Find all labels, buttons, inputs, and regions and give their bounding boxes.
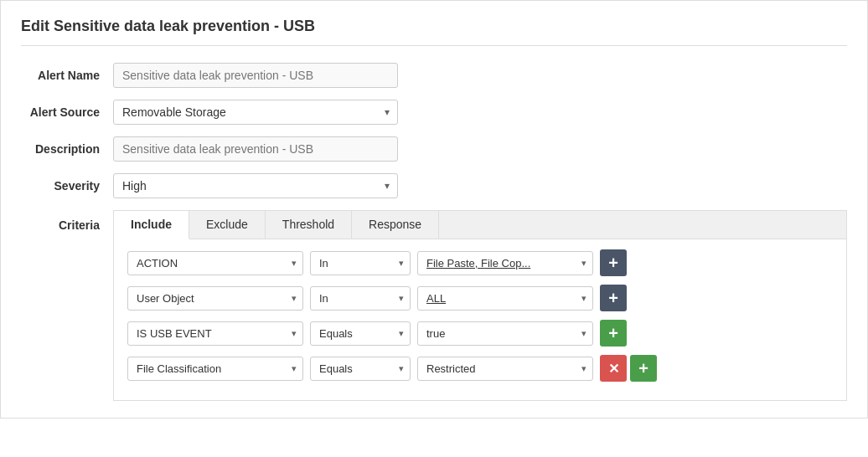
severity-select[interactable]: High [113, 173, 398, 198]
op-wrapper-2: In ▾ [310, 286, 411, 311]
field-wrapper-1: ACTION ▾ [127, 251, 303, 275]
value-display-1[interactable]: File Paste, File Cop... [417, 251, 593, 275]
page-container: Edit Sensitive data leak prevention - US… [0, 0, 868, 418]
op-select-3[interactable]: Equals [310, 321, 411, 346]
alert-source-wrapper: Removable Storage ▾ [113, 100, 398, 125]
op-wrapper-4: Equals ▾ [310, 357, 411, 381]
page-title: Edit Sensitive data leak prevention - US… [21, 18, 847, 46]
criteria-section: Criteria Include Exclude Threshold Respo… [21, 210, 847, 401]
field-select-1[interactable]: ACTION [127, 251, 303, 275]
alert-name-input[interactable] [113, 63, 398, 88]
op-select-1[interactable]: In [310, 251, 411, 275]
severity-wrapper: High ▾ [113, 173, 398, 198]
alert-name-label: Alert Name [21, 69, 113, 82]
table-row: ACTION ▾ In ▾ File Paste, File Cop... ▾ [127, 249, 833, 276]
criteria-content: Include Exclude Threshold Response ACTIO… [113, 210, 847, 401]
description-label: Description [21, 142, 113, 156]
field-wrapper-3: IS USB EVENT ▾ [127, 321, 303, 346]
action-buttons-4: ✕ + [600, 355, 657, 382]
op-wrapper-1: In ▾ [310, 251, 411, 275]
alert-source-row: Alert Source Removable Storage ▾ [21, 100, 847, 125]
field-wrapper-2: User Object ▾ [127, 286, 303, 311]
tab-exclude[interactable]: Exclude [189, 211, 266, 239]
value-wrapper-3: true ▾ [417, 321, 593, 346]
field-wrapper-4: File Classification ▾ [127, 357, 303, 381]
value-select-3[interactable]: true [417, 321, 593, 346]
op-select-2[interactable]: In [310, 286, 411, 311]
value-wrapper-4: Restricted ▾ [417, 357, 593, 381]
severity-label: Severity [21, 179, 113, 193]
tab-threshold[interactable]: Threshold [266, 211, 352, 239]
table-row: User Object ▾ In ▾ ALL ▾ + [127, 285, 833, 311]
criteria-label: Criteria [21, 210, 113, 232]
value-select-4[interactable]: Restricted [417, 357, 593, 381]
field-select-4[interactable]: File Classification [127, 357, 303, 381]
tab-response[interactable]: Response [352, 211, 439, 239]
criteria-body: ACTION ▾ In ▾ File Paste, File Cop... ▾ [114, 239, 846, 400]
value-display-2[interactable]: ALL [417, 286, 593, 311]
description-input[interactable] [113, 136, 398, 162]
value-wrapper-1: File Paste, File Cop... ▾ [417, 251, 593, 275]
add-criteria-button-4[interactable]: + [630, 355, 657, 382]
op-select-4[interactable]: Equals [310, 357, 411, 381]
add-criteria-button-3[interactable]: + [600, 320, 627, 347]
table-row: File Classification ▾ Equals ▾ Restricte… [127, 355, 833, 382]
field-select-2[interactable]: User Object [127, 286, 303, 311]
op-wrapper-3: Equals ▾ [310, 321, 411, 346]
alert-name-row: Alert Name [21, 63, 847, 88]
alert-source-label: Alert Source [21, 105, 113, 119]
add-value-button-2[interactable]: + [600, 285, 627, 311]
criteria-tabs: Include Exclude Threshold Response [114, 211, 846, 239]
remove-criteria-button-4[interactable]: ✕ [600, 355, 627, 382]
description-row: Description [21, 136, 847, 162]
tab-include[interactable]: Include [114, 211, 189, 239]
field-select-3[interactable]: IS USB EVENT [127, 321, 303, 346]
alert-source-select[interactable]: Removable Storage [113, 100, 398, 125]
table-row: IS USB EVENT ▾ Equals ▾ true [127, 320, 833, 347]
severity-row: Severity High ▾ [21, 173, 847, 198]
value-wrapper-2: ALL ▾ [417, 286, 593, 311]
add-value-button-1[interactable]: + [600, 249, 627, 276]
